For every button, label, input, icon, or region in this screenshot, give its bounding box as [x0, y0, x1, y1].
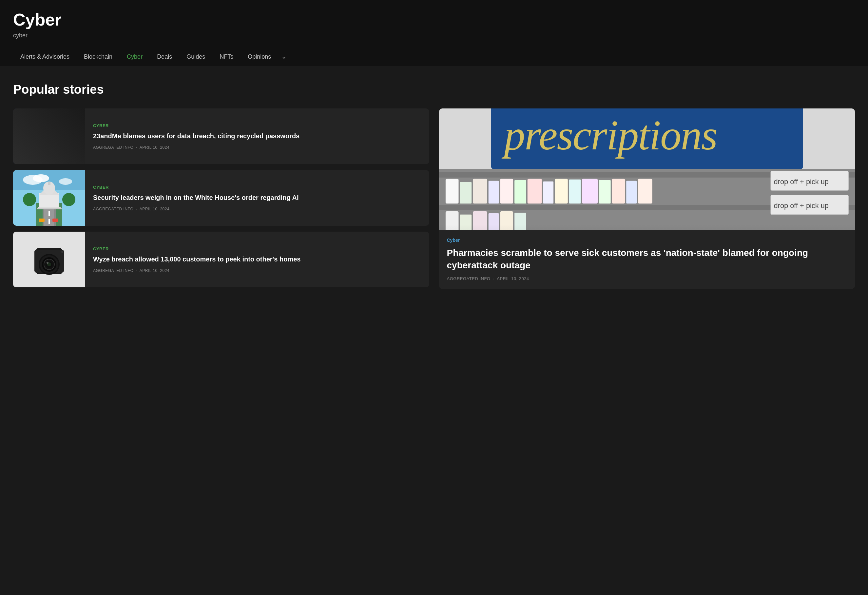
- svg-rect-70: [445, 179, 458, 204]
- main-nav: Alerts & Advisories Blockchain Cyber Dea…: [13, 47, 855, 66]
- popular-stories-heading: Popular stories: [13, 83, 855, 97]
- featured-story-meta: AGGREGATED INFO · APRIL 10, 2024: [447, 276, 847, 281]
- svg-rect-73: [488, 181, 499, 204]
- story-thumbnail-23andme: 23andMe: [13, 108, 85, 164]
- story-headline-1: 23andMe blames users for data breach, ci…: [93, 131, 300, 140]
- svg-rect-0: [13, 108, 85, 164]
- nav-item-alerts-advisories[interactable]: Alerts & Advisories: [13, 47, 77, 66]
- featured-story-headline: Pharmacies scramble to serve sick custom…: [447, 247, 847, 272]
- main-content: Popular stories: [0, 66, 868, 306]
- nav-more-chevron-icon[interactable]: ⌄: [278, 47, 290, 66]
- svg-rect-4: [23, 128, 31, 135]
- nav-item-nfts[interactable]: NFTs: [212, 47, 241, 66]
- svg-line-11: [31, 153, 38, 161]
- svg-point-31: [23, 193, 36, 206]
- site-subtitle: cyber: [13, 32, 855, 39]
- svg-rect-33: [39, 219, 44, 222]
- svg-text:drop off + pick up: drop off + pick up: [774, 177, 828, 186]
- svg-point-32: [62, 193, 75, 206]
- svg-rect-23: [49, 211, 50, 216]
- story-headline-3: Wyze breach allowed 13,000 customers to …: [93, 255, 301, 264]
- story-info-23andme: CYBER 23andMe blames users for data brea…: [85, 108, 307, 164]
- svg-rect-2: [20, 121, 79, 161]
- svg-rect-7: [58, 128, 65, 135]
- svg-text:drop off + pick up: drop off + pick up: [774, 201, 828, 210]
- story-info-wyze: CYBER Wyze breach allowed 13,000 custome…: [85, 232, 309, 287]
- story-meta-3: AGGREGATED INFO · APRIL 10, 2024: [93, 268, 301, 273]
- svg-point-48: [61, 251, 63, 253]
- svg-point-18: [59, 178, 72, 185]
- svg-rect-83: [626, 181, 637, 204]
- svg-rect-84: [638, 179, 652, 204]
- nav-item-opinions[interactable]: Opinions: [241, 47, 278, 66]
- story-thumbnail-camera: [13, 232, 85, 287]
- featured-story-category: Cyber: [447, 238, 847, 243]
- left-stories-column: 23andMe CYBER 23andMe blames users for d…: [13, 108, 429, 289]
- svg-point-45: [47, 262, 49, 264]
- featured-story-image: prescriptions: [439, 108, 855, 230]
- svg-rect-100: [439, 224, 855, 230]
- svg-rect-30: [37, 208, 62, 210]
- stories-grid: 23andMe CYBER 23andMe blames users for d…: [13, 108, 855, 289]
- header: Cyber cyber Alerts & Advisories Blockcha…: [0, 0, 868, 66]
- story-card-wyze[interactable]: CYBER Wyze breach allowed 13,000 custome…: [13, 232, 429, 287]
- story-category-3: CYBER: [93, 247, 301, 251]
- svg-rect-25: [39, 193, 59, 208]
- svg-rect-3: [20, 121, 79, 125]
- svg-rect-5: [34, 128, 43, 135]
- story-category-1: CYBER: [93, 123, 300, 128]
- svg-rect-77: [543, 182, 554, 204]
- svg-point-17: [33, 174, 49, 182]
- story-headline-2: Security leaders weigh in on the White H…: [93, 193, 298, 202]
- nav-item-guides[interactable]: Guides: [179, 47, 212, 66]
- svg-text:prescriptions: prescriptions: [501, 112, 717, 159]
- svg-line-10: [31, 153, 38, 161]
- nav-item-deals[interactable]: Deals: [150, 47, 179, 66]
- svg-text:23andMe: 23andMe: [23, 143, 54, 151]
- svg-rect-71: [460, 182, 471, 204]
- svg-rect-79: [569, 180, 581, 204]
- svg-rect-75: [514, 180, 526, 204]
- svg-rect-78: [555, 179, 568, 204]
- right-featured-column: prescriptions: [439, 108, 855, 289]
- story-category-2: CYBER: [93, 185, 298, 190]
- svg-point-47: [40, 251, 42, 253]
- svg-rect-28: [48, 182, 50, 185]
- story-card-23andme[interactable]: 23andMe CYBER 23andMe blames users for d…: [13, 108, 429, 164]
- svg-rect-82: [612, 179, 625, 204]
- svg-rect-24: [49, 219, 50, 224]
- svg-rect-34: [52, 219, 58, 222]
- story-thumbnail-capitol: [13, 170, 85, 226]
- story-info-whitehouse-ai: CYBER Security leaders weigh in on the W…: [85, 170, 306, 226]
- nav-item-cyber[interactable]: Cyber: [120, 47, 150, 66]
- svg-rect-1: [13, 108, 85, 164]
- story-card-whitehouse-ai[interactable]: CYBER Security leaders weigh in on the W…: [13, 170, 429, 226]
- story-meta-1: AGGREGATED INFO · APRIL 10, 2024: [93, 145, 300, 150]
- featured-story-content: Cyber Pharmacies scramble to serve sick …: [439, 230, 855, 289]
- story-meta-2: AGGREGATED INFO · APRIL 10, 2024: [93, 207, 298, 211]
- site-title: Cyber: [13, 10, 855, 30]
- nav-item-blockchain[interactable]: Blockchain: [77, 47, 120, 66]
- svg-rect-8: [69, 128, 77, 135]
- svg-rect-76: [527, 179, 542, 204]
- svg-rect-74: [500, 179, 513, 204]
- svg-rect-81: [599, 180, 610, 204]
- svg-rect-72: [473, 179, 487, 204]
- svg-rect-80: [582, 179, 598, 204]
- featured-story-card[interactable]: prescriptions: [439, 108, 855, 289]
- svg-rect-6: [46, 128, 54, 135]
